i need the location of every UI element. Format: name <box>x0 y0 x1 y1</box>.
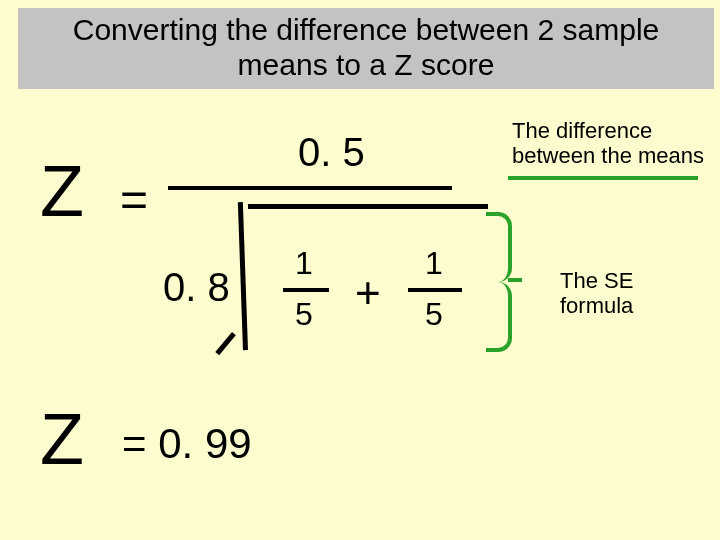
annotation-se: The SE formula <box>560 268 700 319</box>
radical-tick2 <box>238 202 248 350</box>
se-brace-bottom <box>486 282 512 352</box>
radical-plus: + <box>355 268 381 318</box>
result-lhs-Z: Z <box>40 398 84 480</box>
frac2-denominator: 5 <box>425 296 443 333</box>
radical-vinculum <box>248 204 488 209</box>
radical-tick1 <box>215 332 236 355</box>
formula-numerator: 0. 5 <box>298 130 365 175</box>
slide-title-text: Converting the difference between 2 samp… <box>73 13 659 81</box>
radical-coefficient: 0. 8 <box>163 265 230 310</box>
annotation-difference: The difference between the means <box>512 118 712 169</box>
main-fraction-bar <box>168 186 452 190</box>
result-rhs: = 0. 99 <box>122 420 252 468</box>
frac1-numerator: 1 <box>295 245 313 282</box>
se-brace-top <box>486 212 512 282</box>
frac2-numerator: 1 <box>425 245 443 282</box>
frac2-bar <box>408 288 462 292</box>
frac1-bar <box>283 288 329 292</box>
formula-lhs-Z: Z <box>40 150 84 232</box>
formula-equals: = <box>120 172 148 227</box>
frac1-denominator: 5 <box>295 296 313 333</box>
annotation-difference-underline <box>508 176 698 180</box>
slide-title: Converting the difference between 2 samp… <box>18 8 714 89</box>
se-brace-nub <box>508 278 522 282</box>
